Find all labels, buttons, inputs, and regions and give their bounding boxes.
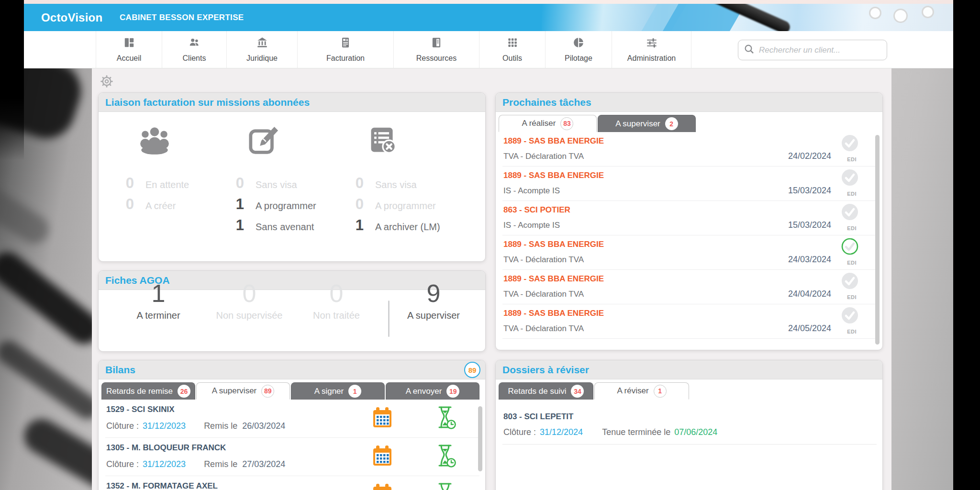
nav-item-administration[interactable]: Administration (612, 31, 691, 68)
nav-item-clients[interactable]: Clients (162, 31, 227, 68)
fiches-stat-non-traitee[interactable]: 0Non traitée (296, 279, 377, 321)
panel-title: Bilans (105, 364, 135, 376)
bilans-total-badge: 89 (464, 362, 480, 378)
dossier-dates: Clôture :31/12/2024Tenue terminée le07/0… (503, 427, 717, 437)
hourglass-delay-icon[interactable] (435, 406, 457, 430)
dossiers-list: 803 - SCI LEPETIT Clôture :31/12/2024Ten… (496, 400, 882, 445)
nav-item-pilotage[interactable]: Pilotage (546, 31, 612, 68)
task-row[interactable]: 1889 - SAS BBA ENERGIE TVA - Déclaration… (502, 270, 877, 304)
liaison-stat: 0Sans visa (227, 176, 342, 190)
remis-label: Remis le (204, 459, 237, 469)
nav-item-ressources[interactable]: Ressources (394, 31, 479, 68)
edi-label: EDI (847, 156, 857, 162)
client-name: 1352 - M. FORMATAGE AXEL (106, 481, 218, 490)
remis-date: 26/03/2024 (242, 421, 285, 431)
gear-icon[interactable] (100, 74, 114, 89)
validate-check-icon[interactable] (841, 272, 858, 290)
taches-scrollbar[interactable] (875, 135, 880, 345)
stat-label: Sans avenant (256, 222, 314, 233)
liaison-stat: 1Sans avenant (227, 218, 342, 233)
calendar-icon[interactable] (371, 483, 393, 490)
stat-label: Sans visa (256, 179, 297, 190)
client-name: 1305 - M. BLOQUEUR FRANCK (106, 443, 226, 453)
task-row[interactable]: 1889 - SAS BBA ENERGIE TVA - Déclaration… (502, 304, 877, 339)
tab-label: A envoyer (406, 387, 442, 396)
client-name: 1889 - SAS BBA ENERGIE (503, 274, 604, 284)
page-content: Liaison facturation sur missions abonnée… (24, 68, 953, 490)
fiches-stat-non-supervisee[interactable]: 0Non supervisée (209, 279, 290, 321)
tab-label: Retards de suivi (508, 387, 567, 396)
stat-value: 9 (393, 279, 474, 308)
search-input[interactable] (759, 45, 881, 55)
taches-list: 1889 - SAS BBA ENERGIE TVA - Déclaration… (496, 132, 882, 339)
hourglass-delay-icon[interactable] (435, 482, 457, 490)
tab-retards-de-suivi[interactable]: Retards de suivi34 (499, 382, 593, 400)
panel-title: Prochaines tâches (496, 93, 882, 112)
tab-a-realiser[interactable]: A réaliser83 (499, 115, 597, 132)
due-date: 15/03/2024 (788, 186, 831, 196)
edi-label: EDI (847, 294, 857, 300)
tab-a-reviser[interactable]: A réviser1 (594, 382, 689, 400)
bank-icon (256, 36, 268, 51)
task-row[interactable]: 1889 - SAS BBA ENERGIE IS - Acompte IS 1… (502, 167, 877, 201)
validate-check-icon[interactable] (841, 169, 858, 186)
tab-retards-de-remise[interactable]: Retards de remise26 (101, 382, 195, 400)
task-name: TVA - Déclaration TVA (503, 290, 584, 299)
tab-label: A réaliser (522, 119, 556, 128)
validate-check-icon-active[interactable] (841, 238, 858, 255)
hourglass-delay-icon[interactable] (435, 444, 457, 468)
stat-value: 0 (117, 197, 134, 212)
fiches-stat-a-terminer[interactable]: 1A terminer (118, 279, 199, 321)
nav-item-outils[interactable]: Outils (479, 31, 546, 68)
bilans-scrollbar[interactable] (478, 406, 482, 471)
stat-value: 0 (209, 279, 290, 308)
tab-a-superviser[interactable]: A superviser2 (598, 115, 696, 132)
bilan-row[interactable]: 1352 - M. FORMATAGE AXEL (105, 476, 479, 490)
bilan-row[interactable]: 1529 - SCI SKINIX Clôture :31/12/2023Rem… (105, 400, 479, 438)
tab-label: A superviser (212, 386, 257, 396)
edi-label: EDI (847, 329, 857, 334)
stat-label: A créer (145, 200, 176, 212)
tab-a-superviser[interactable]: A superviser89 (196, 382, 290, 400)
due-date: 24/05/2024 (788, 323, 831, 334)
tab-a-envoyer[interactable]: A envoyer19 (386, 382, 479, 400)
tenue-date: 07/06/2024 (674, 427, 717, 437)
stat-label: Non supervisée (209, 310, 290, 321)
cloture-label: Clôture : (106, 459, 139, 469)
validate-check-icon[interactable] (841, 134, 858, 152)
client-name: 1889 - SAS BBA ENERGIE (503, 171, 604, 180)
validate-check-icon[interactable] (841, 307, 858, 324)
validate-check-icon[interactable] (841, 203, 858, 221)
header-photo-calculator (922, 6, 934, 18)
fiches-stat-a-superviser[interactable]: 9A superviser (393, 279, 474, 321)
panel-bilans: Bilans 89 Retards de remise26 A supervis… (98, 360, 486, 490)
dossier-row[interactable]: 803 - SCI LEPETIT Clôture :31/12/2024Ten… (502, 400, 877, 445)
liaison-column-clients: 0En attente 0A créer (117, 125, 222, 212)
stat-label: A programmer (375, 200, 436, 212)
nav-item-accueil[interactable]: Accueil (96, 31, 162, 68)
calendar-icon[interactable] (371, 445, 393, 467)
window-top-strip (24, 0, 953, 4)
calendar-icon[interactable] (371, 407, 393, 429)
nav-label: Facturation (326, 54, 365, 63)
tab-count-badge: 89 (261, 385, 274, 398)
tab-a-signer[interactable]: A signer1 (291, 382, 385, 400)
task-row[interactable]: 1889 - SAS BBA ENERGIE TVA - Déclaration… (502, 235, 877, 270)
left-black-fade (0, 98, 24, 160)
stat-label: A terminer (118, 310, 199, 321)
stat-value: 0 (296, 279, 377, 308)
task-row[interactable]: 863 - SCI POTIER IS - Acompte IS 15/03/2… (502, 201, 877, 235)
task-row[interactable]: 1889 - SAS BBA ENERGIE TVA - Déclaration… (502, 132, 877, 167)
bilans-list: 1529 - SCI SKINIX Clôture :31/12/2023Rem… (99, 400, 485, 490)
nav-item-juridique[interactable]: Juridique (227, 31, 298, 68)
bilan-row[interactable]: 1305 - M. BLOQUEUR FRANCK Clôture :31/12… (105, 438, 479, 476)
cabinet-name: CABINET BESSON EXPERTISE (120, 13, 244, 22)
mission-edit-icon (227, 125, 342, 169)
panel-title: Liaison facturation sur missions abonnée… (99, 93, 485, 112)
nav-label: Ressources (416, 54, 457, 63)
client-name: 1529 - SCI SKINIX (106, 405, 175, 414)
dashboard-icon (123, 36, 135, 51)
book-icon (430, 36, 443, 51)
nav-label: Outils (502, 54, 522, 63)
nav-item-facturation[interactable]: Facturation (298, 31, 394, 68)
